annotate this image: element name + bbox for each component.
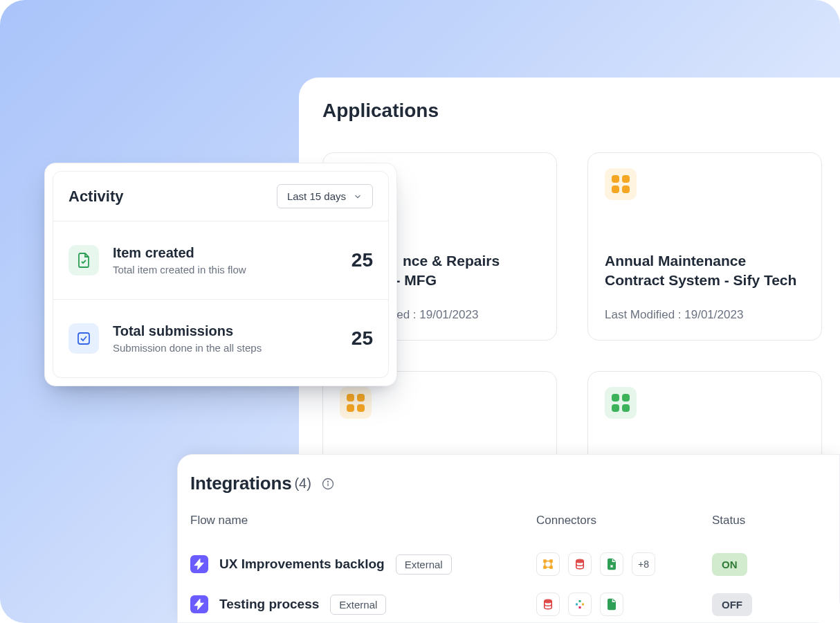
flow-icon — [190, 595, 208, 613]
svg-rect-4 — [544, 560, 546, 562]
svg-rect-14 — [576, 604, 578, 606]
grid-icon — [605, 387, 637, 419]
connector-list — [536, 593, 712, 616]
svg-point-13 — [545, 599, 552, 603]
svg-rect-16 — [582, 604, 584, 606]
grid-icon — [340, 387, 372, 419]
column-connectors: Connectors — [536, 514, 712, 544]
metric-title: Total submissions — [113, 323, 338, 339]
connector-icon[interactable] — [568, 593, 592, 616]
connector-more[interactable]: +8 — [632, 552, 655, 576]
column-status: Status — [712, 514, 839, 544]
backdrop: Applications Maintenance & Repairs Syste… — [0, 0, 840, 623]
application-title: Annual Maintenance Contract System - Sif… — [605, 251, 805, 291]
chevron-down-icon — [353, 192, 363, 201]
application-last-modified: Last Modified : 19/01/2023 — [605, 308, 805, 325]
integrations-count: (4) — [294, 476, 311, 491]
activity-metric-row: Total submissions Submission done in the… — [53, 299, 388, 377]
connector-icon[interactable] — [600, 552, 623, 576]
activity-title: Activity — [69, 188, 123, 206]
connector-icon[interactable] — [536, 552, 560, 576]
connector-icon[interactable] — [536, 593, 560, 616]
svg-rect-5 — [550, 560, 552, 562]
info-icon[interactable] — [321, 477, 335, 491]
connector-list: +8 — [536, 552, 712, 576]
activity-card: Activity Last 15 days It — [44, 163, 397, 386]
svg-rect-6 — [544, 566, 546, 568]
range-label: Last 15 days — [287, 190, 346, 202]
metric-value: 25 — [351, 327, 373, 350]
svg-point-3 — [327, 481, 328, 482]
flow-tag: External — [396, 554, 452, 575]
check-square-icon — [69, 323, 99, 354]
status-badge[interactable]: OFF — [712, 593, 752, 616]
flow-name: Testing process — [219, 597, 319, 612]
flow-tag: External — [330, 595, 386, 615]
svg-rect-17 — [579, 606, 581, 608]
applications-title: Applications — [322, 100, 816, 122]
metric-title: Item created — [113, 245, 338, 261]
metric-subtitle: Submission done in the all steps — [113, 342, 338, 354]
integrations-title: Integrations — [190, 473, 291, 494]
connector-icon[interactable] — [568, 552, 592, 576]
application-card[interactable]: Annual Maintenance Contract System - Sif… — [587, 152, 822, 341]
flow-icon — [190, 555, 208, 573]
integration-row[interactable]: Testing process External — [190, 584, 839, 623]
svg-rect-15 — [579, 600, 581, 602]
svg-rect-0 — [78, 333, 89, 344]
column-flow-name: Flow name — [190, 514, 536, 544]
range-select[interactable]: Last 15 days — [277, 184, 373, 208]
metric-subtitle: Total item created in this flow — [113, 264, 338, 276]
integrations-panel: Integrations (4) Flow name Connectors St… — [177, 454, 840, 623]
flow-name: UX Improvements backlog — [219, 557, 385, 572]
activity-metric-row: Item created Total item created in this … — [53, 222, 388, 299]
grid-icon — [605, 168, 637, 200]
connector-icon[interactable] — [600, 593, 623, 616]
svg-point-12 — [576, 559, 584, 563]
svg-rect-7 — [550, 566, 552, 568]
integration-row[interactable]: UX Improvements backlog External — [190, 544, 839, 584]
status-badge[interactable]: ON — [712, 553, 747, 576]
document-check-icon — [69, 245, 99, 276]
metric-value: 25 — [351, 249, 373, 271]
